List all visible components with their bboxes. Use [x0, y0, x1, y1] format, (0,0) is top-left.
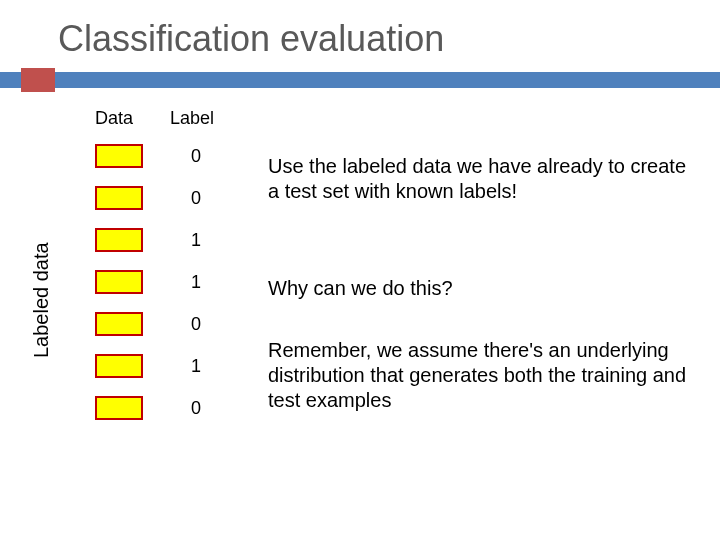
row-label: 0: [171, 146, 221, 167]
data-box-icon: [95, 228, 143, 252]
data-box-icon: [95, 312, 143, 336]
table-row: 1: [95, 354, 221, 378]
row-label: 0: [171, 314, 221, 335]
table-row: 0: [95, 144, 221, 168]
table-row: 0: [95, 396, 221, 420]
data-box-icon: [95, 270, 143, 294]
table-row: 0: [95, 186, 221, 210]
row-label: 1: [171, 230, 221, 251]
table-row: 1: [95, 228, 221, 252]
paragraph-1: Use the labeled data we have already to …: [268, 154, 688, 204]
data-box-icon: [95, 396, 143, 420]
paragraph-2: Why can we do this?: [268, 276, 688, 301]
data-box-icon: [95, 186, 143, 210]
slide-title: Classification evaluation: [0, 0, 720, 72]
paragraph-3: Remember, we assume there's an underlyin…: [268, 338, 688, 413]
row-label: 1: [171, 356, 221, 377]
column-header-label: Label: [170, 108, 214, 129]
table-row: 1: [95, 270, 221, 294]
row-label: 0: [171, 188, 221, 209]
data-box-icon: [95, 354, 143, 378]
table-row: 0: [95, 312, 221, 336]
y-axis-label: Labeled data: [30, 242, 53, 358]
row-label: 1: [171, 272, 221, 293]
row-label: 0: [171, 398, 221, 419]
accent-bar: [0, 72, 720, 88]
content-area: Data Label Labeled data 0 0 1 1 0 1: [0, 88, 720, 108]
column-header-data: Data: [95, 108, 133, 129]
data-box-icon: [95, 144, 143, 168]
data-rows: 0 0 1 1 0 1 0: [95, 144, 221, 438]
